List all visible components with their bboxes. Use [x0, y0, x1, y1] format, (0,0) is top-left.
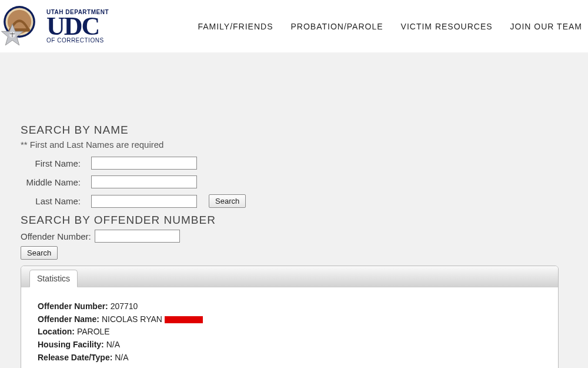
last-name-row: Last Name: Search: [21, 194, 588, 208]
nav-join-our-team[interactable]: JOIN OUR TEAM: [510, 22, 582, 31]
star-badge-icon: [0, 23, 25, 48]
result-offender-number-label: Offender Number:: [38, 301, 108, 311]
result-offender-name-label: Offender Name:: [38, 314, 99, 324]
search-number-button[interactable]: Search: [21, 246, 58, 260]
first-name-row: First Name:: [21, 157, 588, 170]
site-header: UTAH DEPARTMENT UDC OF CORRECTIONS FAMIL…: [0, 0, 588, 53]
offender-number-input[interactable]: [95, 230, 180, 243]
results-panel: Statistics Offender Number: 207710 Offen…: [21, 266, 559, 368]
result-release-value: N/A: [115, 353, 128, 362]
last-name-input[interactable]: [91, 195, 197, 208]
middle-name-input[interactable]: [91, 175, 197, 188]
results-body: Offender Number: 207710 Offender Name: N…: [21, 287, 558, 368]
search-by-name-title: SEARCH BY NAME: [21, 124, 588, 137]
result-location-label: Location:: [38, 327, 75, 336]
logo-main-text: UDC: [46, 15, 109, 37]
result-offender-number-row: Offender Number: 207710: [38, 300, 542, 313]
result-location-value: PAROLE: [77, 327, 110, 336]
result-housing-label: Housing Facility:: [38, 340, 104, 349]
logo-bottom-text: OF CORRECTIONS: [46, 37, 109, 44]
result-offender-name-row: Offender Name: NICOLAS RYAN: [38, 313, 542, 326]
logo-seal: [3, 5, 45, 48]
results-tabs-bar: Statistics: [21, 266, 558, 287]
search-by-name-hint: ** First and Last Names are required: [21, 140, 588, 150]
first-name-input[interactable]: [91, 157, 197, 170]
result-housing-value: N/A: [106, 340, 120, 349]
logo-group: UTAH DEPARTMENT UDC OF CORRECTIONS: [3, 5, 109, 48]
result-release-label: Release Date/Type:: [38, 353, 112, 362]
content-area: SEARCH BY NAME ** First and Last Names a…: [0, 53, 588, 368]
first-name-label: First Name:: [21, 158, 91, 168]
offender-number-label: Offender Number:: [21, 231, 91, 241]
last-name-label: Last Name:: [21, 196, 91, 206]
result-offender-name-value: NICOLAS RYAN: [102, 314, 162, 324]
nav-victim-resources[interactable]: VICTIM RESOURCES: [401, 22, 493, 31]
middle-name-label: Middle Name:: [21, 177, 91, 187]
nav-probation-parole[interactable]: PROBATION/PAROLE: [290, 22, 383, 31]
offender-number-row: Offender Number:: [21, 230, 588, 243]
search-name-button[interactable]: Search: [209, 194, 246, 208]
logo-text: UTAH DEPARTMENT UDC OF CORRECTIONS: [46, 9, 109, 44]
result-housing-row: Housing Facility: N/A: [38, 339, 542, 352]
search-number-button-wrap: Search: [21, 246, 588, 260]
main-nav: FAMILY/FRIENDS PROBATION/PAROLE VICTIM R…: [198, 22, 588, 31]
tab-statistics[interactable]: Statistics: [29, 270, 78, 287]
search-by-number-title: SEARCH BY OFFENDER NUMBER: [21, 214, 588, 227]
redaction-bar: [165, 316, 203, 323]
middle-name-row: Middle Name:: [21, 175, 588, 188]
nav-family-friends[interactable]: FAMILY/FRIENDS: [198, 22, 273, 31]
result-release-row: Release Date/Type: N/A: [38, 352, 542, 364]
result-offender-number-value: 207710: [111, 301, 138, 311]
result-location-row: Location: PAROLE: [38, 326, 542, 339]
